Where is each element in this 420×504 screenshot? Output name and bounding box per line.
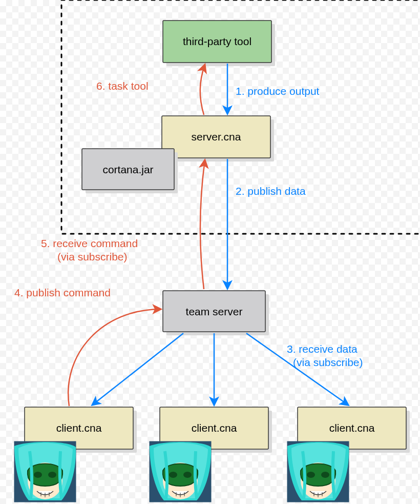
node-team-server: team server xyxy=(163,291,269,335)
label-team-server: team server xyxy=(186,306,243,317)
label-client-3: client.cna xyxy=(329,422,375,434)
node-cortana-jar: cortana.jar xyxy=(82,149,178,193)
step-2-label: 2. publish data xyxy=(236,185,306,197)
arrow-4-publish-command xyxy=(68,309,161,406)
avatar-client-2 xyxy=(150,441,211,502)
node-server-cna: server.cna xyxy=(162,116,274,162)
svg-point-16 xyxy=(34,472,42,478)
avatar-client-1 xyxy=(14,441,76,502)
avatar-client-3 xyxy=(287,441,349,502)
arrow-6-task-tool xyxy=(200,65,205,115)
step-3-label-line1: 3. receive data xyxy=(287,343,358,355)
label-third-party-tool: third-party tool xyxy=(183,35,251,47)
architecture-diagram: third-party tool server.cna cortana.jar … xyxy=(0,0,420,504)
step-1-label: 1. produce output xyxy=(236,85,320,97)
step-6-label: 6. task tool xyxy=(96,80,149,92)
svg-point-31 xyxy=(321,472,329,478)
label-client-2: client.cna xyxy=(192,422,237,434)
arrow-5-receive-command xyxy=(200,160,205,289)
label-cortana-jar: cortana.jar xyxy=(102,164,153,175)
label-client-1: client.cna xyxy=(56,422,102,434)
step-3-label-line2: (via subscribe) xyxy=(293,356,363,368)
svg-point-30 xyxy=(307,472,315,478)
step-5-label-line2: (via subscribe) xyxy=(57,251,128,263)
svg-point-24 xyxy=(183,472,192,478)
svg-point-17 xyxy=(48,472,56,478)
node-third-party-tool: third-party tool xyxy=(163,21,275,66)
label-server-cna: server.cna xyxy=(192,131,241,143)
arrow-team-to-client1 xyxy=(92,333,183,405)
step-4-label: 4. publish command xyxy=(14,287,111,298)
step-5-label-line1: 5. receive command xyxy=(41,237,138,249)
svg-point-23 xyxy=(169,472,177,478)
